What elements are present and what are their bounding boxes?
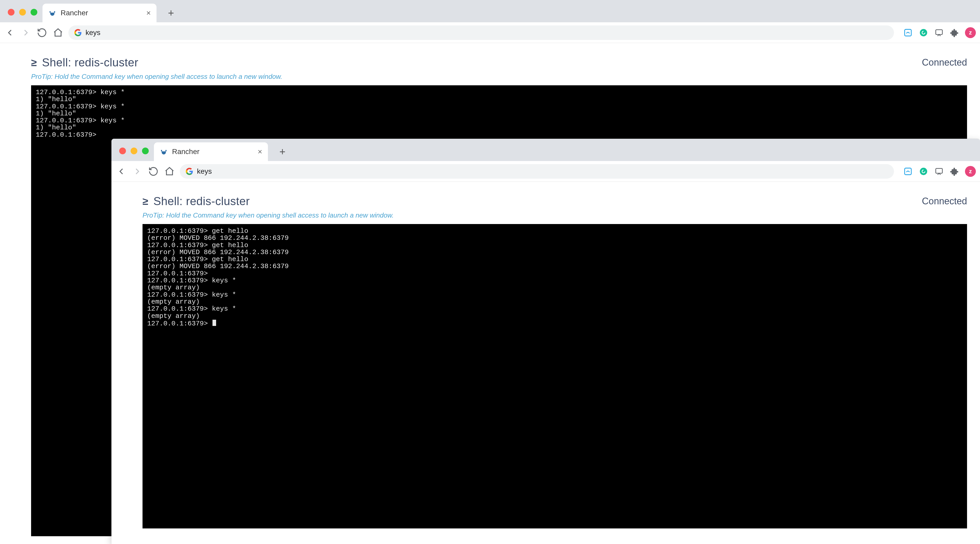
nav-home-button[interactable] xyxy=(52,27,64,38)
google-search-icon xyxy=(186,168,193,175)
google-search-icon xyxy=(74,29,82,37)
nav-forward-button[interactable] xyxy=(20,27,32,38)
tab-strip: Rancher × + xyxy=(111,139,980,161)
page-content: ≥ Shell: redis-cluster Connected ProTip:… xyxy=(111,182,980,544)
browser-toolbar: keys z xyxy=(111,161,980,182)
nav-reload-button[interactable] xyxy=(36,27,48,38)
tab-close-button[interactable]: × xyxy=(146,8,151,18)
address-bar-text: keys xyxy=(197,167,212,175)
svg-point-1 xyxy=(920,29,927,36)
svg-rect-5 xyxy=(936,168,942,173)
terminal-prompt-icon: ≥ xyxy=(143,196,148,207)
extension-grammarly-icon[interactable] xyxy=(918,27,929,38)
extension-grammarly-icon[interactable] xyxy=(918,166,929,177)
extension-switchyomega-icon[interactable] xyxy=(903,166,913,177)
address-bar[interactable]: keys xyxy=(68,26,894,40)
shell-title: Shell: redis-cluster xyxy=(42,56,138,69)
window-controls xyxy=(116,148,154,161)
extension-chat-icon[interactable] xyxy=(934,166,944,177)
svg-point-4 xyxy=(920,168,927,175)
address-bar[interactable]: keys xyxy=(180,164,894,179)
shell-title-group: ≥ Shell: redis-cluster xyxy=(143,195,250,208)
extension-icons: z xyxy=(899,27,976,38)
extensions-menu-icon[interactable] xyxy=(950,27,960,38)
browser-tab[interactable]: Rancher × xyxy=(154,142,268,161)
shell-title: Shell: redis-cluster xyxy=(153,195,250,208)
tab-title: Rancher xyxy=(172,148,253,156)
tab-close-button[interactable]: × xyxy=(258,147,262,156)
connection-status: Connected xyxy=(922,196,967,207)
new-tab-button[interactable]: + xyxy=(275,144,290,159)
terminal-prompt-icon: ≥ xyxy=(31,57,37,69)
connection-status: Connected xyxy=(922,57,967,68)
nav-forward-button[interactable] xyxy=(132,166,143,177)
protip-text: ProTip: Hold the Command key when openin… xyxy=(143,211,967,219)
window-controls xyxy=(5,9,43,22)
tab-title: Rancher xyxy=(60,9,142,17)
page-header: ≥ Shell: redis-cluster Connected xyxy=(143,195,967,208)
browser-toolbar: keys z xyxy=(0,22,980,43)
window-minimize-button[interactable] xyxy=(130,148,137,154)
window-close-button[interactable] xyxy=(8,9,14,16)
window-close-button[interactable] xyxy=(119,148,126,154)
extensions-menu-icon[interactable] xyxy=(950,166,960,177)
nav-back-button[interactable] xyxy=(116,166,127,177)
tab-strip: Rancher × + xyxy=(0,0,980,22)
rancher-favicon-icon xyxy=(48,9,56,17)
nav-back-button[interactable] xyxy=(4,27,16,38)
window-minimize-button[interactable] xyxy=(19,9,26,16)
window-zoom-button[interactable] xyxy=(30,9,37,16)
profile-avatar[interactable]: z xyxy=(965,27,976,38)
shell-title-group: ≥ Shell: redis-cluster xyxy=(31,56,138,69)
address-bar-text: keys xyxy=(86,29,100,37)
rancher-favicon-icon xyxy=(160,148,168,156)
extension-icons: z xyxy=(899,166,976,177)
window-zoom-button[interactable] xyxy=(142,148,149,154)
browser-tab[interactable]: Rancher × xyxy=(43,4,156,22)
extension-chat-icon[interactable] xyxy=(934,27,944,38)
terminal-cursor xyxy=(213,320,216,326)
svg-rect-2 xyxy=(936,30,942,34)
protip-text: ProTip: Hold the Command key when openin… xyxy=(31,73,967,81)
page-header: ≥ Shell: redis-cluster Connected xyxy=(31,56,967,69)
browser-window-front: Rancher × + keys z xyxy=(111,139,980,544)
nav-reload-button[interactable] xyxy=(148,166,159,177)
new-tab-button[interactable]: + xyxy=(164,6,178,20)
extension-switchyomega-icon[interactable] xyxy=(903,27,913,38)
terminal-output[interactable]: 127.0.0.1:6379> get hello (error) MOVED … xyxy=(143,224,967,528)
nav-home-button[interactable] xyxy=(164,166,175,177)
profile-avatar[interactable]: z xyxy=(965,166,976,177)
